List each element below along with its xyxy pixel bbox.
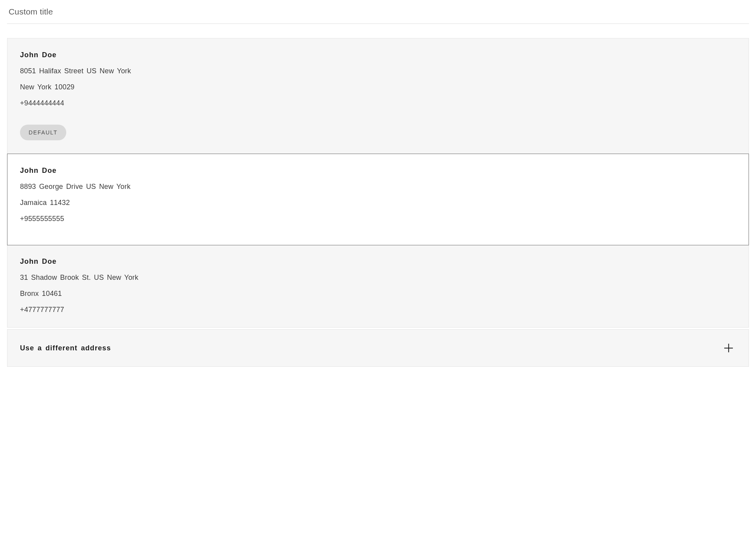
page-title: Custom title bbox=[7, 7, 749, 16]
use-different-address-button[interactable]: Use a different address bbox=[7, 329, 749, 367]
address-name: John Doe bbox=[20, 257, 736, 266]
address-card[interactable]: John Doe 31 Shadow Brook St. US New York… bbox=[7, 245, 749, 327]
address-line-1: 31 Shadow Brook St. US New York bbox=[20, 274, 736, 282]
address-list: John Doe 8051 Halifax Street US New York… bbox=[7, 38, 749, 328]
address-line-2: Jamaica 11432 bbox=[20, 199, 736, 207]
address-card[interactable]: John Doe 8893 George Drive US New York J… bbox=[7, 154, 749, 245]
address-name: John Doe bbox=[20, 167, 736, 175]
plus-icon bbox=[724, 344, 733, 352]
address-line-1: 8051 Halifax Street US New York bbox=[20, 67, 736, 75]
address-phone: +4777777777 bbox=[20, 306, 736, 314]
default-badge: DEFAULT bbox=[20, 125, 66, 140]
address-line-1: 8893 George Drive US New York bbox=[20, 183, 736, 191]
use-different-address-label: Use a different address bbox=[20, 344, 111, 352]
title-divider bbox=[7, 24, 749, 24]
address-card[interactable]: John Doe 8051 Halifax Street US New York… bbox=[7, 38, 749, 154]
address-phone: +9444444444 bbox=[20, 99, 736, 107]
address-line-2: Bronx 10461 bbox=[20, 290, 736, 298]
address-name: John Doe bbox=[20, 51, 736, 59]
address-phone: +9555555555 bbox=[20, 215, 736, 223]
address-line-2: New York 10029 bbox=[20, 83, 736, 91]
